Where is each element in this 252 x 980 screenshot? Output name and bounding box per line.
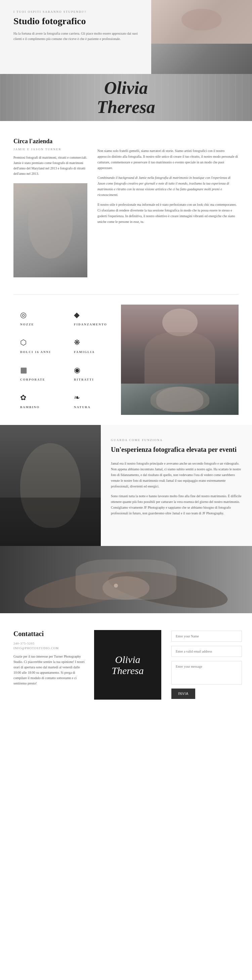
hero-title: Studio fotografico bbox=[13, 16, 141, 27]
cursive-line1: Olivia bbox=[104, 78, 148, 97]
service-label: CORPORATE bbox=[20, 378, 45, 381]
hero-tagline: I TUOI OSPITI SARANNO STUPENDI!! bbox=[13, 10, 141, 13]
cursive-banner: Olivia Theresa bbox=[0, 74, 252, 121]
contact-phone: 240-375-5205 bbox=[13, 642, 87, 645]
hero-image-bottom bbox=[151, 44, 252, 74]
events-image-inner bbox=[0, 425, 101, 546]
about-subtitle: JAMIE E JASON TURNER bbox=[13, 148, 87, 151]
about-label: Circa l'azienda bbox=[13, 138, 87, 145]
cursive-line2: Theresa bbox=[97, 97, 155, 117]
about-section: Circa l'azienda JAMIE E JASON TURNER Pre… bbox=[0, 121, 252, 294]
hero-image-top bbox=[151, 0, 252, 44]
contact-description: Grazie per il tuo interesse per Turner P… bbox=[13, 654, 87, 686]
contact-title: Contattaci bbox=[13, 630, 87, 638]
services-grid: ◎ NOZZE ◆ FIDANZAMENTO ⬡ DOLCI 16 ANNI ❋… bbox=[13, 305, 121, 415]
family-icon: ❋ bbox=[74, 338, 80, 347]
service-photo-top bbox=[121, 305, 239, 383]
contact-left: Contattaci 240-375-5205 INFO@PHOTOSTUDIO… bbox=[0, 630, 94, 700]
cursive-text: Olivia Theresa bbox=[97, 78, 155, 117]
service-item-ritratti[interactable]: ◉ RITRATTI bbox=[67, 360, 121, 387]
contact-email: INFO@PHOTOSTUDIO.COM bbox=[13, 646, 87, 650]
hero-images bbox=[151, 0, 252, 74]
events-tag: GUARDA COME FUNZIONA bbox=[111, 438, 242, 442]
hero-text-block: I TUOI OSPITI SARANNO STUPENDI!! Studio … bbox=[0, 0, 151, 74]
service-label: RITRATTI bbox=[74, 378, 94, 381]
about-para-1: Non siamo solo fratelli gemelli, siamo n… bbox=[97, 148, 239, 171]
svg-point-3 bbox=[114, 584, 118, 588]
svg-point-2 bbox=[103, 576, 149, 600]
svg-point-0 bbox=[22, 564, 146, 613]
message-input[interactable] bbox=[171, 661, 242, 684]
handshake-section bbox=[0, 546, 252, 613]
service-photo-bottom bbox=[121, 383, 239, 415]
svg-point-1 bbox=[106, 564, 230, 613]
contact-logo: Olivia Theresa bbox=[94, 630, 161, 700]
service-label: FIDANZAMENTO bbox=[74, 323, 107, 326]
contact-cursive-line2: Theresa bbox=[111, 665, 144, 676]
email-input[interactable] bbox=[171, 646, 242, 657]
service-item-famiglia[interactable]: ❋ FAMIGLIA bbox=[67, 332, 121, 360]
events-image bbox=[0, 425, 101, 546]
rings-icon: ◎ bbox=[20, 311, 27, 320]
building-icon: ▦ bbox=[20, 366, 27, 374]
handshake-svg bbox=[0, 546, 252, 613]
about-intro: Premiosi fotografi di matrimoni, ritratt… bbox=[13, 155, 87, 177]
service-label: FAMIGLIA bbox=[74, 350, 95, 354]
events-title: Un'esperienza fotografica elevata per ev… bbox=[111, 445, 242, 454]
service-item-nozze[interactable]: ◎ NOZZE bbox=[13, 305, 67, 332]
events-content: GUARDA COME FUNZIONA Un'esperienza fotog… bbox=[101, 425, 252, 546]
leaf-icon: ❧ bbox=[74, 393, 80, 402]
contact-cursive-line1: Olivia bbox=[115, 654, 141, 665]
about-right: Non siamo solo fratelli gemelli, siamo n… bbox=[97, 138, 239, 277]
about-para-3: Il nostro stile è professionale ma infor… bbox=[97, 202, 239, 224]
contact-section: Contattaci 240-375-5205 INFO@PHOTOSTUDIO… bbox=[0, 613, 252, 700]
service-item-dolci-16-anni[interactable]: ⬡ DOLCI 16 ANNI bbox=[13, 332, 67, 360]
services-section: ◎ NOZZE ◆ FIDANZAMENTO ⬡ DOLCI 16 ANNI ❋… bbox=[0, 294, 252, 425]
service-label: NATURA bbox=[74, 406, 91, 409]
services-images bbox=[121, 305, 239, 415]
submit-button[interactable]: Invia bbox=[171, 689, 195, 699]
service-item-corporate[interactable]: ▦ CORPORATE bbox=[13, 360, 67, 387]
about-image bbox=[13, 183, 87, 277]
events-section: GUARDA COME FUNZIONA Un'esperienza fotog… bbox=[0, 425, 252, 546]
service-label: BAMBINO bbox=[20, 406, 40, 409]
contact-cursive-text: Olivia Theresa bbox=[111, 654, 144, 676]
hero-description: Ha la fortuna di avere la fotografia com… bbox=[13, 31, 141, 42]
contact-form: Invia bbox=[161, 630, 252, 700]
events-para-1: Jamal era il nostro fotografo principale… bbox=[111, 461, 242, 489]
service-label: NOZZE bbox=[20, 323, 34, 326]
cake-icon: ⬡ bbox=[20, 338, 27, 347]
about-para-2: Combinando il background di Jamie nella … bbox=[97, 175, 239, 198]
diamond-icon: ◆ bbox=[74, 311, 80, 320]
service-item-bambino[interactable]: ✿ BAMBINO bbox=[13, 387, 67, 415]
name-input[interactable] bbox=[171, 631, 242, 642]
service-label: DOLCI 16 ANNI bbox=[20, 350, 51, 354]
baby-icon: ✿ bbox=[20, 393, 26, 402]
hero-section: I TUOI OSPITI SARANNO STUPENDI!! Studio … bbox=[0, 0, 252, 74]
events-para-2: Sono rimasti tutta la notte e hanno lavo… bbox=[111, 493, 242, 516]
about-left: Circa l'azienda JAMIE E JASON TURNER Pre… bbox=[13, 138, 87, 277]
portrait-icon: ◉ bbox=[74, 366, 80, 374]
service-item-natura[interactable]: ❧ NATURA bbox=[67, 387, 121, 415]
service-item-fidanzamento[interactable]: ◆ FIDANZAMENTO bbox=[67, 305, 121, 332]
